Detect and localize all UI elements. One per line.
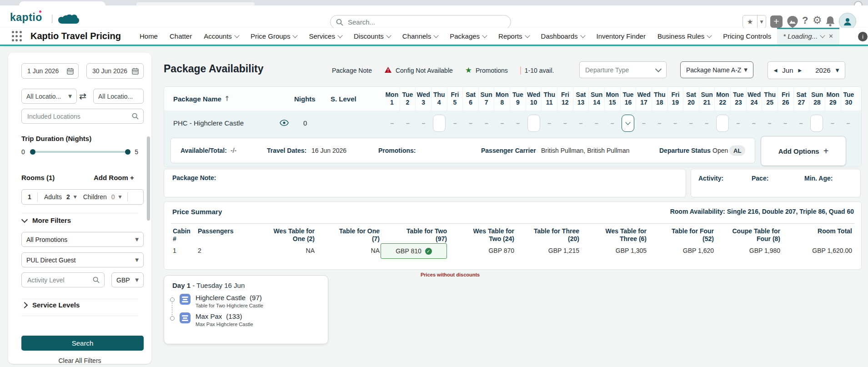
- day-cell-4[interactable]: [431, 111, 447, 136]
- guidance-center-icon[interactable]: [786, 15, 799, 28]
- day-of-week: Mon: [605, 91, 620, 99]
- favorites-button[interactable]: ★ ▼: [743, 15, 766, 28]
- close-icon[interactable]: ✕: [828, 33, 833, 40]
- global-search-input[interactable]: [347, 18, 505, 26]
- panel-scrollbar[interactable]: [147, 136, 150, 221]
- nav-tab-price-groups[interactable]: Price Groups: [245, 28, 303, 45]
- currency-dropdown[interactable]: GBP ▼: [111, 272, 144, 287]
- nav-tab-label: Services: [309, 32, 335, 40]
- chevron-down-icon[interactable]: [707, 33, 712, 38]
- availability-box-selected[interactable]: [622, 115, 634, 132]
- adults-count: 2: [66, 193, 70, 201]
- itinerary-item-highclere-castle[interactable]: Highclere Castle(97)Table for Two Highcl…: [180, 294, 263, 308]
- activity-level-field[interactable]: [21, 272, 105, 287]
- departure-type-dropdown[interactable]: Departure Type: [579, 61, 667, 78]
- swap-locations-icon[interactable]: ⇄: [79, 91, 86, 101]
- price-col-header-passengers: Passengers: [196, 227, 248, 243]
- trip-duration-slider[interactable]: 0 5: [21, 149, 138, 156]
- availability-box[interactable]: [810, 115, 823, 132]
- nav-tab-packages[interactable]: Packages: [444, 28, 492, 45]
- add-room-button[interactable]: Add Room +: [94, 174, 134, 181]
- price-cell-4[interactable]: GBP 810✓: [381, 247, 448, 259]
- nav-tab-accounts[interactable]: Accounts: [198, 28, 245, 45]
- no-availability-dash: –: [768, 120, 772, 127]
- legend: Package NoteConfig Not Available★Promoti…: [328, 66, 554, 75]
- add-options-button[interactable]: Add Options +: [761, 136, 846, 166]
- guest-type-dropdown[interactable]: PUL Direct Guest ▼: [21, 252, 144, 267]
- activity-level-input[interactable]: [26, 276, 90, 284]
- included-locations-input[interactable]: [26, 112, 129, 121]
- promotions-dropdown[interactable]: All Promotions ▼: [21, 232, 144, 247]
- search-icon: [336, 19, 343, 26]
- chevron-down-icon[interactable]: [386, 33, 391, 38]
- itinerary-day-card: Day 1 - Tuesday 16 Jun Highclere Castle(…: [164, 275, 328, 344]
- service-levels-toggle[interactable]: Service Levels: [22, 301, 80, 309]
- clear-all-filters-link[interactable]: Clear All Filters: [8, 357, 151, 364]
- previous-month-icon[interactable]: ◀: [774, 68, 778, 73]
- day-cell-10[interactable]: [526, 111, 542, 136]
- included-locations-field[interactable]: [21, 109, 144, 124]
- chevron-down-icon[interactable]: [580, 33, 585, 38]
- next-month-icon[interactable]: ▶: [798, 68, 802, 73]
- nav-tab-pricing-controls[interactable]: Pricing Controls: [717, 28, 777, 45]
- nav-tab-services[interactable]: Services: [303, 28, 348, 45]
- nav-tab-chatter[interactable]: Chatter: [164, 28, 198, 45]
- children-dropdown-icon[interactable]: ▼: [119, 195, 122, 199]
- notifications-bell-icon[interactable]: [825, 16, 835, 27]
- more-filters-toggle[interactable]: More Filters: [22, 216, 71, 224]
- location-to-dropdown[interactable]: All Locatio...: [93, 89, 144, 104]
- day-cell-22[interactable]: [714, 111, 730, 136]
- nav-tab-business-rules[interactable]: Business Rules: [652, 28, 717, 45]
- chevron-down-icon[interactable]: [234, 33, 239, 38]
- availability-box[interactable]: [527, 115, 540, 132]
- global-actions-button[interactable]: +: [770, 15, 783, 28]
- date-from-field[interactable]: [21, 63, 79, 79]
- date-to-field[interactable]: [86, 63, 144, 79]
- global-search[interactable]: [330, 15, 511, 29]
- app-launcher-icon[interactable]: [11, 31, 22, 42]
- adults-dropdown-icon[interactable]: ▼: [74, 195, 77, 199]
- nav-tab-reports[interactable]: Reports: [492, 28, 535, 45]
- nav-tab-discounts[interactable]: Discounts: [348, 28, 396, 45]
- package-name-cell[interactable]: PHC - Highclere Castle: [173, 119, 244, 127]
- chevron-down-icon[interactable]: [820, 33, 825, 38]
- slider-handle-max[interactable]: [125, 149, 130, 155]
- timeline-dot: [170, 297, 175, 302]
- chevron-down-icon[interactable]: ▼: [758, 20, 766, 24]
- slider-handle-min[interactable]: [30, 149, 35, 155]
- chevron-down-icon[interactable]: [434, 33, 439, 38]
- package-name-header[interactable]: Package Name ↑: [173, 95, 230, 103]
- setup-gear-icon[interactable]: ⚙: [813, 14, 822, 26]
- eye-icon[interactable]: [280, 119, 289, 126]
- availability-box[interactable]: [433, 115, 446, 132]
- date-from-input[interactable]: [26, 67, 64, 75]
- selected-price-box[interactable]: GBP 810✓: [381, 243, 447, 259]
- global-header: kaptio | ★ ▼ + ? ⚙: [0, 5, 868, 28]
- chevron-down-icon[interactable]: [525, 33, 530, 38]
- browser-tab[interactable]: [19, 1, 105, 5]
- location-from-dropdown[interactable]: All Locatio... ▼: [21, 89, 77, 104]
- nav-tab-channels[interactable]: Channels: [396, 28, 444, 45]
- nav-tab-loading[interactable]: * Loading...✕: [777, 28, 839, 45]
- calendar-icon[interactable]: [67, 68, 74, 75]
- itinerary-item-max-pax[interactable]: Max Pax(133)Max Pax Highclere Castle: [180, 312, 253, 327]
- chevron-down-icon[interactable]: [482, 33, 487, 38]
- slider-track[interactable]: [31, 151, 129, 153]
- day-cell-16[interactable]: [620, 111, 636, 136]
- browser-address-bar[interactable]: [136, 2, 255, 5]
- day-of-week: Sun: [809, 91, 825, 99]
- availability-box[interactable]: [716, 115, 729, 132]
- info-badge[interactable]: i: [858, 32, 868, 41]
- chevron-down-icon[interactable]: [337, 33, 342, 38]
- date-to-input[interactable]: [91, 67, 129, 75]
- day-cell-28[interactable]: [809, 111, 825, 136]
- nav-tab-dashboards[interactable]: Dashboards: [535, 28, 591, 45]
- chevron-down-icon[interactable]: [293, 33, 298, 38]
- sort-dropdown[interactable]: Package Name A-Z ▼: [680, 61, 753, 78]
- nav-tab-inventory-finder[interactable]: Inventory Finder: [591, 28, 652, 45]
- nav-tab-home[interactable]: Home: [134, 28, 164, 45]
- help-icon[interactable]: ?: [802, 15, 808, 26]
- search-button[interactable]: Search: [21, 336, 144, 351]
- chevron-down-icon[interactable]: ▼: [836, 68, 839, 73]
- calendar-icon[interactable]: [132, 68, 139, 75]
